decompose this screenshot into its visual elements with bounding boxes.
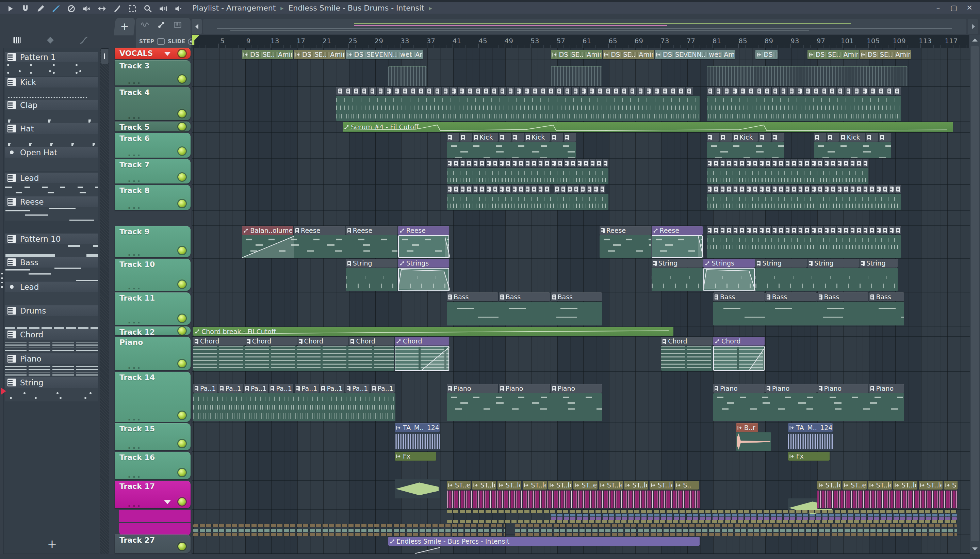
clip-body[interactable] (713, 393, 904, 421)
clip-strip[interactable] (193, 529, 505, 532)
pattern-mini-clip[interactable] (837, 87, 844, 95)
clip-piano[interactable]: Piano (817, 384, 869, 393)
pattern-mini-clip[interactable] (856, 185, 862, 193)
pattern-mini-clip[interactable] (538, 159, 543, 167)
pattern-mini-clip[interactable] (486, 185, 492, 193)
clip-pattern[interactable] (879, 133, 891, 142)
clip-pattern[interactable] (827, 133, 839, 142)
track-enable-led[interactable] (178, 281, 186, 288)
playlist-tab[interactable]: + (114, 18, 135, 35)
pattern-mini-clip[interactable] (739, 87, 747, 95)
pattern-mini-clip[interactable] (551, 159, 557, 167)
pattern-mini-clip[interactable] (426, 87, 433, 95)
pattern-mini-clip[interactable] (474, 87, 482, 95)
clip-body[interactable] (707, 96, 901, 121)
clip-pattern[interactable] (759, 133, 771, 142)
pattern-mini-clip[interactable] (499, 159, 505, 167)
clip-body[interactable] (788, 432, 833, 451)
pattern-mini-clip[interactable] (791, 159, 797, 167)
pattern-mini-clip[interactable] (417, 87, 425, 95)
clip-chord[interactable]: Chord (297, 337, 349, 346)
clip-piano[interactable]: Piano (551, 384, 602, 393)
pattern-mini-clip[interactable] (845, 87, 852, 95)
clip-ds-se-amin[interactable]: DS_SE.._Amin (807, 50, 859, 59)
pattern-mini-clip[interactable] (720, 159, 726, 167)
pattern-mini-clip[interactable] (798, 226, 803, 234)
clip-st-le[interactable]: ST..le (498, 481, 521, 490)
pattern-mini-clip[interactable] (788, 87, 795, 95)
pattern-mini-clip[interactable] (458, 87, 465, 95)
pattern-mini-clip[interactable] (759, 226, 765, 234)
clip-bass[interactable]: Bass (713, 293, 765, 301)
pattern-mini-clip[interactable] (720, 185, 726, 193)
audio-wave-icon[interactable] (140, 20, 149, 29)
pattern-mini-clip[interactable] (876, 185, 882, 193)
pattern-mini-clip[interactable] (772, 87, 779, 95)
track-header-vocals[interactable]: VOCALS (115, 48, 191, 59)
pattern-mini-clip[interactable] (764, 87, 771, 95)
clip-body[interactable] (336, 96, 700, 121)
pattern-mini-clip[interactable] (861, 87, 869, 95)
pattern-mini-clip[interactable] (505, 159, 511, 167)
minimize-button[interactable]: – (934, 3, 942, 12)
pattern-mini-clip[interactable] (479, 159, 485, 167)
slice-tool-icon[interactable] (113, 4, 122, 13)
pattern-mini-clip[interactable] (785, 159, 790, 167)
clip-body[interactable] (652, 268, 703, 291)
pattern-mini-clip[interactable] (817, 185, 823, 193)
track-header-track-9[interactable]: Track 9... (115, 226, 191, 257)
pattern-mini-clip[interactable] (479, 185, 485, 193)
vertical-scrollbar[interactable] (970, 35, 980, 554)
pattern-mini-clip[interactable] (713, 226, 719, 234)
pattern-mini-clip[interactable] (531, 87, 539, 95)
clip-kick[interactable]: Kick (525, 133, 550, 142)
pattern-mini-clip[interactable] (539, 87, 547, 95)
clip-body[interactable] (707, 235, 901, 258)
pattern-mini-clip[interactable] (570, 159, 576, 167)
clip-piano[interactable]: Piano (765, 384, 817, 393)
track-header-track-14[interactable]: Track 14... (115, 372, 191, 422)
track-header-track-12[interactable]: Track 12 (115, 326, 191, 335)
clip-body[interactable] (395, 480, 440, 498)
clip-body[interactable] (551, 66, 602, 86)
pattern-mini-clip[interactable] (590, 159, 596, 167)
pattern-mini-clip[interactable] (772, 226, 777, 234)
pattern-mini-clip[interactable] (785, 226, 790, 234)
breadcrumb-arrangement-title[interactable]: Endless Smile - Bus Drums - Intensit (288, 4, 424, 12)
pattern-mini-clip[interactable] (856, 159, 862, 167)
clip-chord-break-fil-cutoff[interactable]: Chord break - Fil Cutoff (193, 327, 673, 336)
pattern-mini-clip[interactable] (739, 226, 745, 234)
clip-body[interactable] (193, 346, 394, 371)
clip-pattern[interactable] (551, 133, 563, 142)
pattern-mini-clip[interactable] (843, 185, 849, 193)
clip-body[interactable] (600, 235, 651, 258)
clip-strip[interactable] (447, 520, 957, 523)
clip-st-le[interactable]: ST..le (548, 481, 572, 490)
track-header-track-15[interactable]: Track 15... (115, 423, 191, 450)
clip-bass[interactable]: Bass (551, 293, 602, 301)
clip-ds-sevenn-wet-amin[interactable]: DS_SEVENN.._wet_Amin (655, 50, 735, 59)
clip-ta-m-124[interactable]: TA_M.._124 (395, 423, 440, 432)
pattern-mini-clip[interactable] (731, 87, 739, 95)
clip-strip[interactable] (515, 533, 957, 536)
track-grip-dots[interactable]: ... (128, 412, 142, 422)
track-enable-led[interactable] (178, 50, 186, 57)
pattern-mini-clip[interactable] (505, 185, 511, 193)
clip-ds-se-amin[interactable]: DS_SE.._Amin (551, 50, 602, 59)
track-header-track-4[interactable]: Track 4... (115, 87, 191, 120)
pattern-mini-clip[interactable] (804, 185, 810, 193)
pattern-mini-clip[interactable] (492, 159, 498, 167)
automation-link-icon[interactable] (157, 20, 166, 29)
clip-pattern[interactable] (499, 133, 511, 142)
track-enable-led[interactable] (178, 75, 186, 83)
pattern-mini-clip[interactable] (460, 159, 465, 167)
pattern-mini-clip[interactable] (811, 185, 817, 193)
track-grip-dots[interactable]: ... (128, 440, 142, 451)
clip-body[interactable] (707, 168, 869, 184)
track-enable-led[interactable] (178, 123, 186, 131)
clip-bass[interactable]: Bass (869, 293, 904, 301)
clip-piano[interactable]: Piano (499, 384, 550, 393)
clip-pa-1[interactable]: Pa..1 (320, 384, 344, 393)
clip-piano[interactable]: Piano (447, 384, 498, 393)
clip-kick[interactable]: Kick (840, 133, 865, 142)
